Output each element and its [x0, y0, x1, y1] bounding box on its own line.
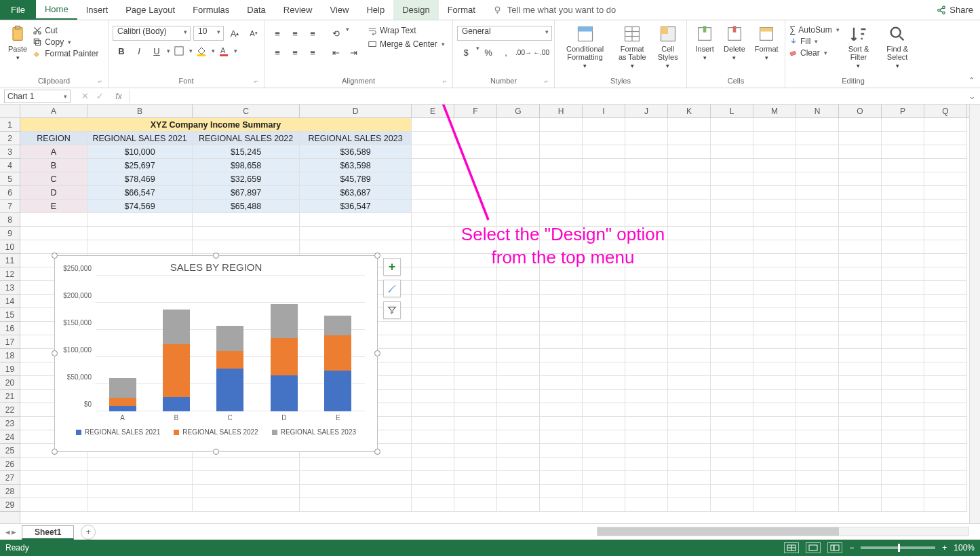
cell[interactable]: [668, 335, 711, 349]
cell[interactable]: [796, 322, 839, 335]
cell[interactable]: [796, 362, 839, 376]
cell[interactable]: [540, 145, 583, 159]
menu-tab-home[interactable]: Home: [36, 0, 77, 20]
cell[interactable]: [753, 349, 796, 362]
cell[interactable]: [839, 281, 882, 295]
cell[interactable]: [668, 118, 711, 132]
cell[interactable]: [753, 498, 796, 512]
cell[interactable]: [625, 349, 668, 362]
resize-handle[interactable]: [52, 253, 58, 259]
menu-tab-help[interactable]: Help: [357, 0, 393, 20]
cell[interactable]: [668, 308, 711, 322]
cell[interactable]: [412, 349, 454, 362]
cell[interactable]: [497, 458, 540, 471]
cell[interactable]: C: [20, 172, 87, 186]
cell[interactable]: [711, 458, 753, 471]
cell[interactable]: $32,659: [193, 172, 300, 186]
cell[interactable]: [924, 322, 967, 335]
cell[interactable]: [924, 213, 967, 227]
cell[interactable]: [839, 322, 882, 335]
cell[interactable]: [454, 186, 497, 200]
cell[interactable]: [924, 186, 967, 200]
cell[interactable]: [753, 227, 796, 240]
cell[interactable]: $10,000: [87, 145, 193, 159]
cell[interactable]: [625, 444, 668, 458]
legend-item[interactable]: REGIONAL SALES 2022: [174, 428, 258, 436]
cell[interactable]: [796, 213, 839, 227]
decrease-font-icon[interactable]: A▾: [246, 26, 262, 41]
cell[interactable]: [796, 281, 839, 295]
cell[interactable]: [625, 186, 668, 200]
cell[interactable]: [796, 458, 839, 471]
row-header[interactable]: 22: [0, 403, 20, 417]
increase-decimal-icon[interactable]: .00→: [515, 45, 532, 60]
cell[interactable]: [412, 471, 454, 485]
cell[interactable]: [412, 267, 454, 281]
cell[interactable]: [924, 376, 967, 390]
column-header[interactable]: N: [796, 105, 839, 117]
format-painter-button[interactable]: Format Painter: [33, 49, 98, 58]
cell[interactable]: [625, 362, 668, 376]
cell[interactable]: [882, 335, 924, 349]
cell[interactable]: [540, 349, 583, 362]
cell[interactable]: [882, 145, 924, 159]
cell[interactable]: [924, 227, 967, 240]
cell[interactable]: [839, 213, 882, 227]
cell[interactable]: $66,547: [87, 186, 193, 200]
cell[interactable]: [668, 390, 711, 403]
zoom-out-button[interactable]: −: [849, 543, 854, 553]
row-header[interactable]: 3: [0, 145, 20, 159]
cell[interactable]: [412, 200, 454, 213]
cell[interactable]: [583, 145, 625, 159]
cell[interactable]: [668, 267, 711, 281]
cell[interactable]: [540, 159, 583, 172]
cell[interactable]: [924, 295, 967, 308]
cell[interactable]: [882, 498, 924, 512]
cell[interactable]: [882, 172, 924, 186]
cell[interactable]: [924, 281, 967, 295]
cell[interactable]: [454, 322, 497, 335]
cell[interactable]: [839, 498, 882, 512]
cell[interactable]: [668, 417, 711, 430]
menu-tab-formulas[interactable]: Formulas: [184, 0, 238, 20]
cell[interactable]: [300, 227, 412, 240]
cell[interactable]: [796, 376, 839, 390]
cell[interactable]: [882, 430, 924, 444]
cell[interactable]: [882, 458, 924, 471]
cell[interactable]: [497, 417, 540, 430]
cell[interactable]: [193, 498, 300, 512]
cell[interactable]: [796, 267, 839, 281]
cell[interactable]: [193, 485, 300, 498]
cell[interactable]: [454, 403, 497, 417]
cell[interactable]: [711, 145, 753, 159]
cell[interactable]: [839, 240, 882, 254]
cell[interactable]: [839, 254, 882, 267]
cell[interactable]: [882, 281, 924, 295]
row-header[interactable]: 13: [0, 281, 20, 295]
menu-tab-format[interactable]: Format: [439, 0, 484, 20]
cell[interactable]: $78,469: [87, 172, 193, 186]
cell[interactable]: [796, 390, 839, 403]
cell[interactable]: [668, 281, 711, 295]
cell[interactable]: [796, 485, 839, 498]
row-header[interactable]: 20: [0, 376, 20, 390]
cell[interactable]: [497, 485, 540, 498]
cell[interactable]: [924, 471, 967, 485]
column-header[interactable]: H: [540, 105, 583, 117]
format-as-table-button[interactable]: Format as Table▾: [612, 23, 652, 71]
insert-cells-button[interactable]: Insert▾: [691, 23, 718, 62]
cell[interactable]: [753, 308, 796, 322]
cell[interactable]: [583, 159, 625, 172]
cell[interactable]: [753, 200, 796, 213]
column-header[interactable]: F: [454, 105, 497, 117]
cell[interactable]: [753, 444, 796, 458]
cell[interactable]: [625, 430, 668, 444]
cell[interactable]: [753, 471, 796, 485]
decrease-decimal-icon[interactable]: ←.00: [532, 45, 550, 60]
cell[interactable]: [625, 132, 668, 145]
cell[interactable]: [454, 498, 497, 512]
column-header[interactable]: G: [497, 105, 540, 117]
cell[interactable]: [796, 200, 839, 213]
cell[interactable]: [711, 213, 753, 227]
cell[interactable]: [540, 172, 583, 186]
